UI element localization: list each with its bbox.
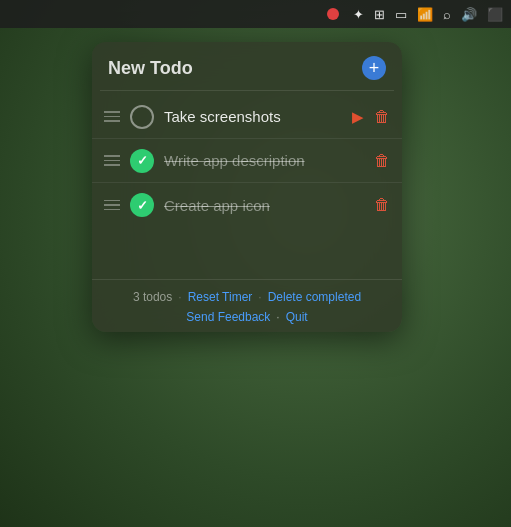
todo-item: Write app description 🗑 (92, 139, 402, 183)
todo-text: Take screenshots (164, 108, 342, 125)
empty-space (92, 231, 402, 279)
panel-footer: 3 todos · Reset Timer · Delete completed… (92, 279, 402, 332)
todo-text: Write app description (164, 152, 364, 169)
search-icon[interactable]: ⌕ (443, 7, 451, 22)
delete-icon[interactable]: 🗑 (374, 108, 390, 126)
add-todo-button[interactable]: + (362, 56, 386, 80)
todo-checkbox[interactable] (130, 105, 154, 129)
todo-item: Take screenshots ▶ 🗑 (92, 95, 402, 139)
todo-item: Create app icon 🗑 (92, 183, 402, 227)
delete-icon[interactable]: 🗑 (374, 152, 390, 170)
menubar: ✦ ⊞ ▭ 📶 ⌕ 🔊 ⬛ (0, 0, 511, 28)
play-icon[interactable]: ▶ (352, 108, 364, 126)
panel-header: New Todo + (92, 42, 402, 90)
battery-icon[interactable]: ▭ (395, 7, 407, 22)
delete-completed-link[interactable]: Delete completed (268, 290, 361, 304)
separator-1: · (178, 290, 181, 304)
send-feedback-link[interactable]: Send Feedback (186, 310, 270, 324)
record-indicator (327, 8, 339, 20)
wifi-icon[interactable]: 📶 (417, 7, 433, 22)
todo-list: Take screenshots ▶ 🗑 Write app descripti… (92, 91, 402, 231)
drag-handle[interactable] (104, 200, 120, 211)
todo-checkbox[interactable] (130, 149, 154, 173)
todo-checkbox[interactable] (130, 193, 154, 217)
todo-panel: New Todo + Take screenshots ▶ 🗑 Write ap… (92, 42, 402, 332)
drag-handle[interactable] (104, 155, 120, 166)
sound-icon[interactable]: 🔊 (461, 7, 477, 22)
delete-icon[interactable]: 🗑 (374, 196, 390, 214)
grid-icon[interactable]: ⊞ (374, 7, 385, 22)
drag-handle[interactable] (104, 111, 120, 122)
todo-count: 3 todos (133, 290, 172, 304)
footer-stats: 3 todos · Reset Timer · Delete completed (108, 290, 386, 304)
panel-title: New Todo (108, 58, 193, 79)
sparkles-icon[interactable]: ✦ (353, 7, 364, 22)
separator-3: · (276, 310, 279, 324)
separator-2: · (258, 290, 261, 304)
todo-text: Create app icon (164, 197, 364, 214)
quit-link[interactable]: Quit (286, 310, 308, 324)
reset-timer-link[interactable]: Reset Timer (188, 290, 253, 304)
mirror-icon[interactable]: ⬛ (487, 7, 503, 22)
footer-actions: Send Feedback · Quit (108, 310, 386, 324)
